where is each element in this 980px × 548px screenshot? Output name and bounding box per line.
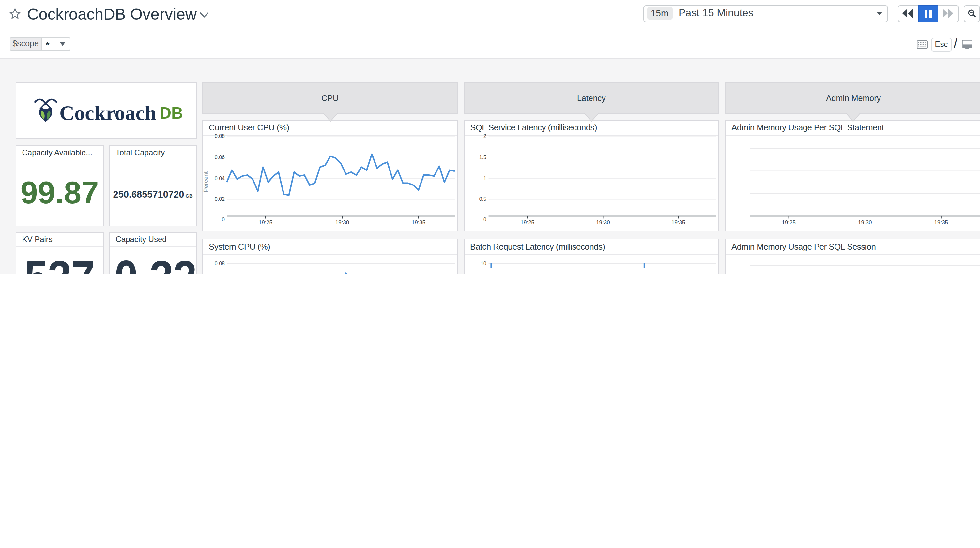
svg-text:0.06: 0.06 — [215, 154, 225, 160]
svg-text:19:30: 19:30 — [596, 219, 610, 226]
svg-text:19:35: 19:35 — [671, 219, 686, 226]
svg-text:1: 1 — [484, 176, 487, 181]
svg-text:Percent: Percent — [202, 171, 209, 192]
svg-text:19:25: 19:25 — [259, 219, 273, 226]
svg-text:19:25: 19:25 — [782, 219, 795, 226]
svg-text:19:30: 19:30 — [858, 219, 872, 226]
svg-text:19:30: 19:30 — [336, 219, 349, 226]
svg-text:0.02: 0.02 — [215, 196, 225, 202]
svg-text:0: 0 — [484, 217, 487, 222]
svg-text:10: 10 — [480, 261, 487, 266]
svg-text:0.5: 0.5 — [479, 196, 487, 202]
svg-text:0.04: 0.04 — [215, 176, 225, 181]
svg-text:2: 2 — [484, 133, 487, 139]
svg-text:0.08: 0.08 — [215, 133, 225, 139]
svg-text:1.5: 1.5 — [479, 154, 487, 160]
svg-text:0.08: 0.08 — [215, 261, 225, 266]
svg-text:19:25: 19:25 — [521, 219, 535, 226]
svg-text:19:35: 19:35 — [934, 219, 948, 226]
svg-text:19:35: 19:35 — [412, 219, 426, 226]
svg-text:0: 0 — [222, 217, 225, 222]
